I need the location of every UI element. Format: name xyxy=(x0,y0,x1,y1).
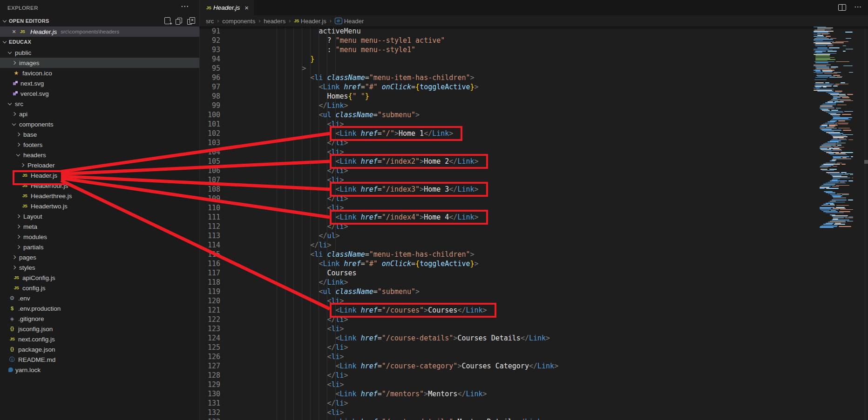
line-content[interactable]: <Link href="/index3">Home 3</Link> xyxy=(268,185,479,194)
code-line-97[interactable]: 97 <Link href="#" onClick={toggleActive}… xyxy=(199,82,868,92)
code-line-109[interactable]: 109 </li> xyxy=(199,194,868,203)
tree-item-api[interactable]: api xyxy=(0,109,199,119)
tree-item-jsconfig-json[interactable]: {}jsconfig.json xyxy=(0,324,199,334)
workspace-section-header[interactable]: EDUCAX xyxy=(0,37,199,47)
code-line-95[interactable]: 95 > xyxy=(199,64,868,73)
code-line-92[interactable]: 92 ? "menu menu--style1 active" xyxy=(199,36,868,45)
code-line-107[interactable]: 107 <li> xyxy=(199,175,868,185)
line-content[interactable]: <Link href="/">Home 1</Link> xyxy=(268,129,453,138)
code-line-127[interactable]: 127 <Link href="/course-category">Course… xyxy=(199,361,868,371)
new-file-icon[interactable] xyxy=(164,17,170,24)
code-line-103[interactable]: 103 </li> xyxy=(199,138,868,147)
code-line-113[interactable]: 113 </ul> xyxy=(199,231,868,240)
code-line-114[interactable]: 114 </li> xyxy=(199,240,868,250)
breadcrumb-item-headers[interactable]: headers xyxy=(264,18,285,25)
tree-item-meta[interactable]: meta xyxy=(0,221,199,232)
line-content[interactable]: </li> xyxy=(268,194,348,203)
line-content[interactable]: <li> xyxy=(268,324,344,333)
tree-item-yarn-lock[interactable]: yarn.lock xyxy=(0,365,199,375)
line-content[interactable]: </li> xyxy=(268,240,331,250)
code-line-102[interactable]: 102 <Link href="/">Home 1</Link> xyxy=(199,129,868,138)
code-line-115[interactable]: 115 <li className="menu-item-has-childre… xyxy=(199,250,868,259)
line-content[interactable]: <Link href="#" onClick={toggleActive}> xyxy=(268,259,479,268)
code-line-104[interactable]: 104 <li> xyxy=(199,147,868,157)
line-content[interactable]: </li> xyxy=(268,343,348,352)
tree-item-modules[interactable]: modules xyxy=(0,232,199,242)
breadcrumb-item-header[interactable]: @Header xyxy=(335,18,364,25)
line-content[interactable]: <ul className="submenu"> xyxy=(268,287,420,296)
line-content[interactable]: Courses xyxy=(268,268,357,278)
line-content[interactable]: <li> xyxy=(268,175,344,185)
code-line-133[interactable]: 133 <Link href="/mentor-details">Mentor … xyxy=(199,417,868,420)
code-line-110[interactable]: 110 <li> xyxy=(199,203,868,213)
tree-item-partials[interactable]: partials xyxy=(0,242,199,252)
tree-item-vercel-svg[interactable]: vercel.svg xyxy=(0,88,199,99)
code-line-129[interactable]: 129 <li> xyxy=(199,380,868,389)
breadcrumb-item-components[interactable]: components xyxy=(222,18,255,25)
line-content[interactable]: <li className="menu-item-has-children"> xyxy=(268,250,475,259)
line-content[interactable]: <Link href="/course-details">Courses Det… xyxy=(268,333,550,343)
line-content[interactable]: <li> xyxy=(268,380,344,389)
breadcrumb-item-src[interactable]: src xyxy=(206,18,214,25)
line-content[interactable]: <Link href="/mentors">Mentors</Link> xyxy=(268,389,487,399)
code-line-119[interactable]: 119 <ul className="submenu"> xyxy=(199,287,868,296)
code-line-106[interactable]: 106 </li> xyxy=(199,166,868,175)
tree-item--env-production[interactable]: $.env.production xyxy=(0,303,199,313)
tree-item-pages[interactable]: pages xyxy=(0,252,199,262)
breadcrumb-item-header-js[interactable]: JSHeader.js xyxy=(294,18,326,25)
line-content[interactable]: </Link> xyxy=(268,278,348,287)
minimap[interactable] xyxy=(813,27,854,420)
line-content[interactable]: <li> xyxy=(268,203,344,213)
line-content[interactable]: <li> xyxy=(268,408,344,417)
line-content[interactable]: </li> xyxy=(268,166,348,175)
close-icon[interactable]: × xyxy=(12,28,19,35)
tab-close-icon[interactable]: × xyxy=(244,4,249,12)
tree-item-header-js[interactable]: JSHeader.js xyxy=(0,170,199,180)
tree-item-public[interactable]: public xyxy=(0,47,199,58)
line-content[interactable]: > xyxy=(268,64,306,73)
line-content[interactable]: <li> xyxy=(268,296,344,306)
line-content[interactable]: <Link href="/mentor-details">Mentor Deta… xyxy=(268,417,546,420)
code-line-105[interactable]: 105 <Link href="/index2">Home 2</Link> xyxy=(199,157,868,166)
tree-item-styles[interactable]: styles xyxy=(0,262,199,273)
line-content[interactable]: </ul> xyxy=(268,231,340,240)
tree-item-apiconfig-js[interactable]: JSapiConfig.js xyxy=(0,273,199,283)
tree-item-readme-md[interactable]: ⓘREADME.md xyxy=(0,354,199,365)
code-line-108[interactable]: 108 <Link href="/index3">Home 3</Link> xyxy=(199,185,868,194)
tree-item-config-js[interactable]: JSconfig.js xyxy=(0,283,199,293)
line-content[interactable]: : "menu menu--style1" xyxy=(268,45,415,54)
line-content[interactable]: } xyxy=(268,54,314,64)
code-line-118[interactable]: 118 </Link> xyxy=(199,278,868,287)
tree-item-layout[interactable]: Layout xyxy=(0,211,199,221)
line-content[interactable]: <ul className="submenu"> xyxy=(268,110,420,120)
line-content[interactable]: <Link href="/index2">Home 2</Link> xyxy=(268,157,479,166)
tree-item-components[interactable]: components xyxy=(0,119,199,129)
code-editor[interactable]: 91 activeMenu92 ? "menu menu--style1 act… xyxy=(199,27,868,420)
tab-headerjs[interactable]: JS Header.js × xyxy=(200,0,254,15)
code-line-124[interactable]: 124 <Link href="/course-details">Courses… xyxy=(199,333,868,343)
code-line-131[interactable]: 131 </li> xyxy=(199,399,868,408)
tree-item-headerthree-js[interactable]: JSHeaderthree.js xyxy=(0,191,199,201)
code-line-99[interactable]: 99 </Link> xyxy=(199,101,868,110)
line-content[interactable]: </li> xyxy=(268,315,348,324)
line-content[interactable]: </li> xyxy=(268,399,348,408)
line-content[interactable]: ? "menu menu--style1 active" xyxy=(268,36,445,45)
close-all-editors-icon[interactable] xyxy=(187,18,194,24)
line-content[interactable]: </li> xyxy=(268,138,348,147)
tree-item-src[interactable]: src xyxy=(0,99,199,109)
code-line-112[interactable]: 112 </li> xyxy=(199,222,868,231)
tree-item-next-svg[interactable]: next.svg xyxy=(0,78,199,88)
code-line-130[interactable]: 130 <Link href="/mentors">Mentors</Link> xyxy=(199,389,868,399)
code-line-120[interactable]: 120 <li> xyxy=(199,296,868,306)
line-content[interactable]: <li className="menu-item-has-children"> xyxy=(268,73,475,82)
code-line-100[interactable]: 100 <ul className="submenu"> xyxy=(199,110,868,120)
code-line-117[interactable]: 117 Courses xyxy=(199,268,868,278)
code-line-96[interactable]: 96 <li className="menu-item-has-children… xyxy=(199,73,868,82)
code-line-122[interactable]: 122 </li> xyxy=(199,315,868,324)
open-editor-item-headerjs[interactable]: × JS Header.js src\components\headers xyxy=(0,27,199,37)
line-content[interactable]: </li> xyxy=(268,222,348,231)
tree-item--gitignore[interactable]: ◈.gitignore xyxy=(0,313,199,324)
line-content[interactable]: <Link href="#" onClick={toggleActive}> xyxy=(268,82,479,92)
code-line-128[interactable]: 128 </li> xyxy=(199,371,868,380)
line-content[interactable]: <Link href="/index4">Home 4</Link> xyxy=(268,213,479,222)
